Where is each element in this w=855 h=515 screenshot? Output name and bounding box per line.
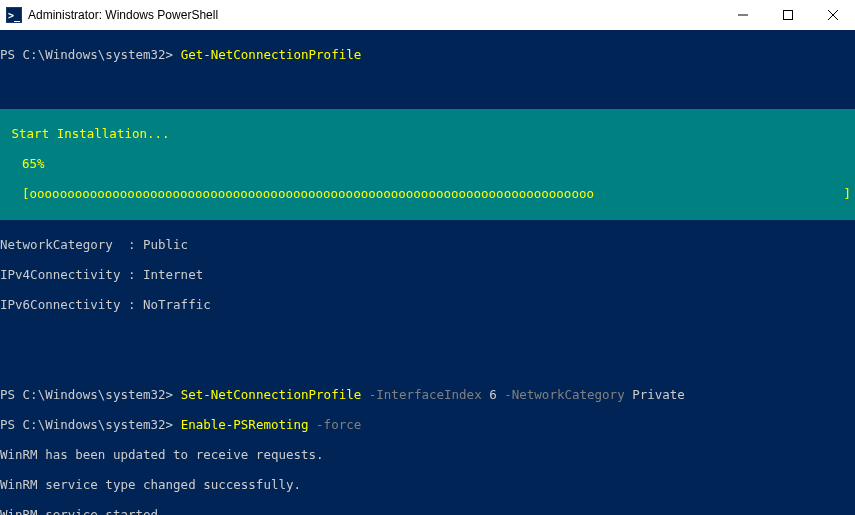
- param-name: -InterfaceIndex: [361, 387, 489, 402]
- titlebar: >_ Administrator: Windows PowerShell: [0, 0, 855, 30]
- param-name: -NetworkCategory: [497, 387, 632, 402]
- command: Set-NetConnectionProfile: [181, 387, 362, 402]
- progress-bar: [ooooooooooooooooooooooooooooooooooooooo…: [22, 186, 851, 201]
- output-line: IPv4Connectivity : Internet: [0, 267, 855, 282]
- command: Get-NetConnectionProfile: [181, 47, 362, 62]
- output-line: WinRM service started.: [0, 507, 855, 515]
- output-line: WinRM service type changed successfully.: [0, 477, 855, 492]
- output-line: NetworkCategory : Public: [0, 237, 855, 252]
- command: Enable-PSRemoting: [181, 417, 309, 432]
- progress-percent: 65%: [22, 156, 851, 171]
- param-value: 6: [489, 387, 497, 402]
- window-title: Administrator: Windows PowerShell: [28, 8, 720, 22]
- window-controls: [720, 0, 855, 30]
- svg-rect-1: [783, 11, 792, 20]
- minimize-button[interactable]: [720, 0, 765, 30]
- close-button[interactable]: [810, 0, 855, 30]
- maximize-button[interactable]: [765, 0, 810, 30]
- terminal[interactable]: PS C:\Windows\system32> Get-NetConnectio…: [0, 30, 855, 515]
- powershell-icon: >_: [6, 7, 22, 23]
- prompt: PS C:\Windows\system32>: [0, 387, 181, 402]
- progress-label: Start Installation...: [4, 126, 851, 141]
- prompt: PS C:\Windows\system32>: [0, 47, 181, 62]
- output-line: IPv6Connectivity : NoTraffic: [0, 297, 855, 312]
- prompt: PS C:\Windows\system32>: [0, 417, 181, 432]
- progress-block: Start Installation... 65% [ooooooooooooo…: [0, 109, 855, 220]
- output-line: WinRM has been updated to receive reques…: [0, 447, 855, 462]
- param-name: -force: [309, 417, 362, 432]
- param-value: Private: [632, 387, 685, 402]
